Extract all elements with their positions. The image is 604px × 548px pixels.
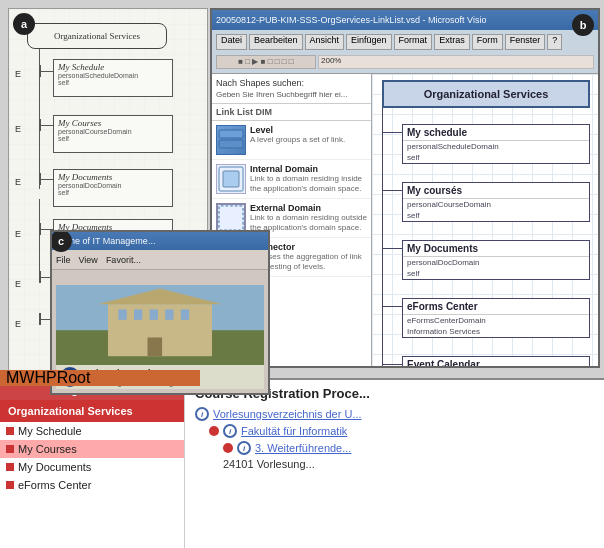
nav-section-title: Organizational Services xyxy=(8,404,176,418)
browser-menu-file[interactable]: File xyxy=(56,255,71,265)
toolbar-icon-row: ■ □ ▶ ■ □ □ □ □ 200% xyxy=(216,52,594,72)
svg-rect-14 xyxy=(134,309,142,319)
svc-docs-title: My Documents xyxy=(403,241,589,257)
sketch-e4: E xyxy=(15,229,21,239)
internal-icon-svg xyxy=(217,165,245,193)
sketch-org-box: Organizational Services xyxy=(27,23,167,49)
shape-icon-external xyxy=(216,203,246,233)
menu-form[interactable]: Form xyxy=(472,34,503,50)
sketch-e3: E xyxy=(15,177,21,187)
menu-datei[interactable]: Datei xyxy=(216,34,247,50)
course-link-3[interactable]: i 3. Weiterführende... xyxy=(223,441,594,455)
toolbar-icons: ■ □ ▶ ■ □ □ □ □ xyxy=(216,55,316,69)
nav-my-schedule[interactable]: My Schedule xyxy=(0,422,184,440)
menu-format[interactable]: Format xyxy=(394,34,433,50)
shape-internal-name: Internal Domain xyxy=(250,164,367,174)
service-box-courses: My coursés personalCourseDomain self xyxy=(402,182,590,222)
shape-internal-desc: Link to a domain residing inside the app… xyxy=(250,174,367,193)
course-item-4: 24101 Vorlesung... xyxy=(223,458,594,470)
visio-title-text: 20050812-PUB-KIM-SSS-OrgServices-LinkLis… xyxy=(216,15,486,25)
shape-info-external: External Domain Link to a domain residin… xyxy=(250,203,367,232)
line-courses xyxy=(382,190,402,191)
browser-image xyxy=(56,285,264,365)
shape-info-internal: Internal Domain Link to a domain residin… xyxy=(250,164,367,193)
menu-fenster[interactable]: Fenster xyxy=(505,34,546,50)
toolbar-zoom: 200% xyxy=(318,55,594,69)
svc-eforms-title: eForms Center xyxy=(403,299,589,315)
panel-d-webpage: Organization Organizational Services My … xyxy=(0,378,604,548)
menu-bearbeiten[interactable]: Bearbeiten xyxy=(249,34,303,50)
browser-toolbar: File View Favorit... xyxy=(52,250,268,270)
course-link-text-3: 3. Weiterführende... xyxy=(255,442,351,454)
line-docs xyxy=(382,248,402,249)
info-icon-1: i xyxy=(195,407,209,421)
svc-docs-sub1: personalDocDomain xyxy=(403,257,589,268)
sketch-v-line xyxy=(39,49,40,189)
info-icon-3: i xyxy=(237,441,251,455)
svc-docs-sub2: self xyxy=(403,268,589,279)
svg-rect-1 xyxy=(219,130,243,138)
svg-rect-2 xyxy=(219,140,243,148)
course-link-1[interactable]: i Vorlesungsverzeichnis der U... xyxy=(195,407,594,421)
bullet-red-2 xyxy=(223,443,233,453)
nav-my-courses[interactable]: My Courses xyxy=(0,440,184,458)
svg-rect-5 xyxy=(219,206,243,230)
shape-level-name: Level xyxy=(250,125,367,135)
service-box-schedule: My schedule personalScheduleDomain self xyxy=(402,124,590,164)
browser-menu-fav[interactable]: Favorit... xyxy=(106,255,141,265)
svc-courses-title: My coursés xyxy=(403,183,589,199)
webpage-nav: Organization Organizational Services My … xyxy=(0,380,185,548)
menu-help[interactable]: ? xyxy=(547,34,562,50)
menu-einfuegen[interactable]: Einfügen xyxy=(346,34,392,50)
menu-ansicht[interactable]: Ansicht xyxy=(305,34,345,50)
svc-schedule-sub1: personalScheduleDomain xyxy=(403,141,589,152)
course-number-text: 24101 Vorlesung... xyxy=(223,458,315,470)
svc-courses-sub2: self xyxy=(403,210,589,221)
level-icon-svg xyxy=(217,126,245,154)
toolbar-menu-row: Datei Bearbeiten Ansicht Einfügen Format… xyxy=(216,32,594,52)
webpage-content: Course Registration Proce... i Vorlesung… xyxy=(185,380,604,548)
course-link-text-2: Fakultät für Informatik xyxy=(241,425,347,437)
course-link-2[interactable]: i Fakultät für Informatik xyxy=(209,424,594,438)
nav-bullet-schedule xyxy=(6,427,14,435)
svc-events-title: Event Calendar xyxy=(403,357,589,366)
sketch-item-1: My Schedule personalScheduleDomain self xyxy=(53,59,173,97)
visio-toolbar: Datei Bearbeiten Ansicht Einfügen Format… xyxy=(212,30,598,74)
nav-courses-label: My Courses xyxy=(18,443,77,455)
service-box-eforms: eForms Center eFormsCenterDomain Informa… xyxy=(402,298,590,338)
svc-eforms-sub1: eFormsCenterDomain xyxy=(403,315,589,326)
shapes-search-label: Nach Shapes suchen: xyxy=(216,78,367,88)
sketch-e2: E xyxy=(15,124,21,134)
main-container: a Organizational Services E My Schedule … xyxy=(0,0,604,548)
badge-c: c xyxy=(50,230,72,252)
nav-bullet-eforms xyxy=(6,481,14,489)
shape-info-level: Level A level groups a set of link. xyxy=(250,125,367,145)
svc-courses-sub1: personalCourseDomain xyxy=(403,199,589,210)
line-events xyxy=(382,364,402,365)
external-icon-svg xyxy=(218,204,244,232)
org-title-text: Organizational Services xyxy=(424,88,549,100)
vert-line-left xyxy=(382,108,383,366)
shape-item-internal[interactable]: Internal Domain Link to a domain residin… xyxy=(212,160,371,199)
mwhproot-bar: MWHPRoot xyxy=(0,370,200,386)
shape-icon-internal xyxy=(216,164,246,194)
svc-schedule-title: My schedule xyxy=(403,125,589,141)
nav-bullet-docs xyxy=(6,463,14,471)
shape-icon-level xyxy=(216,125,246,155)
svg-rect-4 xyxy=(223,171,239,187)
nav-eforms-label: eForms Center xyxy=(18,479,91,491)
menu-extras[interactable]: Extras xyxy=(434,34,470,50)
nav-my-documents[interactable]: My Documents xyxy=(0,458,184,476)
browser-menu-view[interactable]: View xyxy=(79,255,98,265)
nav-section-org[interactable]: Organizational Services xyxy=(0,400,184,422)
visio-titlebar: 20050812-PUB-KIM-SSS-OrgServices-LinkLis… xyxy=(212,10,598,30)
svg-rect-16 xyxy=(165,309,173,319)
shapes-search-hint: Geben Sie Ihren Suchbegriff hier ei... xyxy=(216,90,348,99)
building-svg xyxy=(56,285,264,365)
svg-rect-13 xyxy=(118,309,126,319)
shape-item-level[interactable]: Level A level groups a set of link. xyxy=(212,121,371,160)
nav-eforms-center[interactable]: eForms Center xyxy=(0,476,184,494)
shapes-search-row: Geben Sie Ihren Suchbegriff hier ei... xyxy=(216,90,367,99)
svg-rect-17 xyxy=(181,309,189,319)
svg-rect-18 xyxy=(148,337,163,356)
